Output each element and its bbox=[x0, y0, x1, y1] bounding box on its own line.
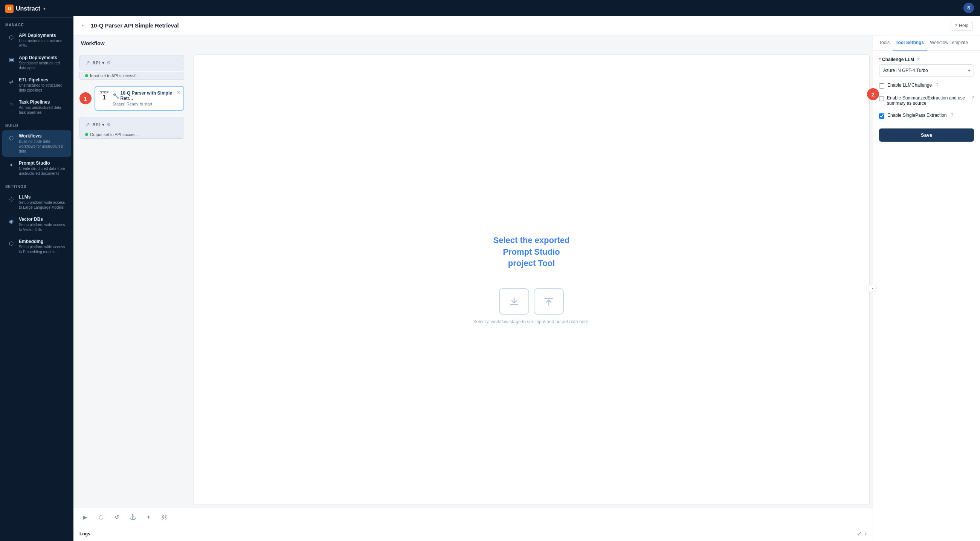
panel-content: * Challenge LLM ? Azure IN GPT-4 Turbo bbox=[873, 51, 980, 541]
llms-title: LLMs bbox=[19, 194, 66, 200]
enable-singlepass-checkbox[interactable] bbox=[879, 113, 885, 119]
api-dropdown-bottom[interactable]: ▾ bbox=[102, 122, 104, 127]
enable-llm-challenge-label[interactable]: Enable LLMChallenge bbox=[887, 83, 932, 88]
user-avatar: S bbox=[963, 3, 974, 13]
enable-singlepass-row: Enable SinglePass Extraction ? bbox=[879, 112, 974, 119]
prompt-studio-icon: ✦ bbox=[8, 161, 15, 169]
api-node-bottom: ↗ API ▾ ⚙ bbox=[80, 117, 184, 132]
logs-bar: Logs ⤢ › bbox=[73, 526, 873, 541]
llm-challenge-help-icon[interactable]: ? bbox=[936, 83, 939, 88]
step-badge: STEP 1 bbox=[100, 91, 109, 101]
enable-llm-challenge-checkbox[interactable] bbox=[879, 83, 885, 89]
step-row: 1 STEP 1 🔧 10-Q Parser with Simple Ret bbox=[80, 86, 184, 111]
sidebar-item-etl-pipelines[interactable]: ⇄ ETL Pipelines Unstructured to structur… bbox=[2, 74, 71, 96]
challenge-llm-group: * Challenge LLM ? Azure IN GPT-4 Turbo bbox=[879, 57, 974, 76]
singlepass-help-icon[interactable]: ? bbox=[951, 113, 953, 118]
sidebar: U Unstract ▾ MANAGE ⬡ API Deployments Un… bbox=[0, 0, 73, 541]
workflows-icon: ⬡ bbox=[8, 134, 15, 142]
app-logo: U Unstract bbox=[5, 5, 40, 13]
toolbar-link-icon[interactable]: ⛓ bbox=[159, 512, 170, 523]
back-button[interactable]: ← bbox=[81, 22, 87, 29]
etl-pipelines-icon: ⇄ bbox=[8, 78, 15, 86]
select-tool-text: Select the exported Prompt Studio projec… bbox=[493, 235, 570, 269]
prompt-studio-subtitle: Create structured data from unstructured… bbox=[19, 166, 66, 176]
step-label: STEP bbox=[100, 91, 109, 94]
toolbar-play-icon[interactable]: ▶ bbox=[80, 512, 91, 523]
embedding-subtitle: Setup platform wide access to Embedding … bbox=[19, 245, 66, 254]
step-number: 1 bbox=[102, 94, 106, 101]
output-data-icon bbox=[534, 288, 564, 315]
llms-subtitle: Setup platform wide access to Large Lang… bbox=[19, 200, 66, 210]
step-name: 10-Q Parser with Simple Retr... bbox=[121, 91, 179, 101]
enable-singlepass-label[interactable]: Enable SinglePass Extraction bbox=[887, 113, 947, 118]
export-icon-top[interactable]: ↗ bbox=[85, 59, 90, 66]
challenge-llm-label: * Challenge LLM ? bbox=[879, 57, 974, 62]
step-card-1[interactable]: STEP 1 🔧 10-Q Parser with Simple Retr...… bbox=[94, 86, 184, 111]
content-area: Workflow ↗ API ▾ ⚙ bbox=[73, 35, 980, 541]
task-pipelines-title: Task Pipelines bbox=[19, 99, 66, 105]
logs-icons: ⤢ › bbox=[857, 530, 867, 537]
build-section-label: BUILD bbox=[0, 118, 73, 130]
challenge-llm-help-icon[interactable]: ? bbox=[917, 57, 920, 62]
api-bottom-status-text: Output set to API succes... bbox=[90, 132, 139, 137]
logs-chevron-icon[interactable]: › bbox=[865, 530, 867, 537]
tab-tools[interactable]: Tools bbox=[876, 35, 892, 51]
vector-dbs-title: Vector DBs bbox=[19, 216, 66, 222]
panel-toggle-button[interactable]: › bbox=[868, 284, 877, 293]
sidebar-item-task-pipelines[interactable]: ≡ Task Pipelines Ad-hoc unstructured dat… bbox=[2, 97, 71, 118]
api-node-top: ↗ API ▾ ⚙ bbox=[80, 55, 184, 70]
toolbar-add-icon[interactable]: ⬡ bbox=[95, 512, 107, 523]
sidebar-item-workflows[interactable]: ⬡ Workflows Build no-code data workflows… bbox=[2, 130, 71, 157]
app-deployments-title: App Deployments bbox=[19, 55, 66, 60]
export-icon-bottom[interactable]: ↗ bbox=[85, 121, 90, 128]
help-label: Help bbox=[959, 23, 968, 28]
enable-summarized-label[interactable]: Enable SummarizedExtraction and use summ… bbox=[887, 95, 967, 106]
step-status: Status: Ready to start bbox=[113, 102, 179, 106]
app-deployments-icon: ▣ bbox=[8, 56, 15, 63]
logs-expand-icon[interactable]: ⤢ bbox=[857, 530, 862, 537]
required-star: * bbox=[879, 57, 881, 62]
workflow-panel: Workflow ↗ API ▾ ⚙ bbox=[73, 35, 873, 541]
sidebar-item-llms[interactable]: ◌ LLMs Setup platform wide access to Lar… bbox=[2, 191, 71, 213]
api-dropdown-top[interactable]: ▾ bbox=[102, 60, 104, 65]
toolbar-star-icon[interactable]: ✦ bbox=[143, 512, 154, 523]
api-deployments-subtitle: Unstructured to structured APIs bbox=[19, 38, 66, 48]
tab-workflow-template[interactable]: Workflow Template bbox=[927, 35, 971, 51]
vector-dbs-subtitle: Setup platform wide access to Vector DBs bbox=[19, 222, 66, 232]
challenge-llm-select[interactable]: Azure IN GPT-4 Turbo bbox=[879, 64, 974, 76]
toolbar-anchor-icon[interactable]: ⚓ bbox=[127, 512, 138, 523]
help-icon: ? bbox=[955, 23, 958, 28]
download-icon bbox=[508, 294, 521, 308]
step-close-icon[interactable]: ✕ bbox=[176, 90, 180, 95]
sidebar-item-prompt-studio[interactable]: ✦ Prompt Studio Create structured data f… bbox=[2, 158, 71, 179]
sidebar-item-embedding[interactable]: ⬡ Embedding Setup platform wide access t… bbox=[2, 236, 71, 257]
help-button[interactable]: ? Help bbox=[951, 21, 972, 30]
workflow-header: Workflow bbox=[73, 35, 873, 51]
enable-summarized-checkbox[interactable] bbox=[879, 96, 884, 101]
api-settings-icon-bottom[interactable]: ⚙ bbox=[107, 122, 111, 127]
tab-tool-settings[interactable]: Tool Settings bbox=[892, 35, 927, 51]
api-top-status-text: Input set to API successf... bbox=[90, 73, 139, 78]
topbar: S bbox=[73, 0, 980, 16]
etl-pipelines-subtitle: Unstructured to structured data pipeline… bbox=[19, 83, 66, 93]
sidebar-item-app-deployments[interactable]: ▣ App Deployments Standalone unstructure… bbox=[2, 52, 71, 73]
app-name: Unstract bbox=[16, 5, 40, 12]
sidebar-item-api-deployments[interactable]: ⬡ API Deployments Unstructured to struct… bbox=[2, 30, 71, 51]
placeholder-text: Select a workflow stage to see input and… bbox=[473, 319, 590, 325]
logo-icon: U bbox=[5, 5, 14, 13]
embedding-title: Embedding bbox=[19, 239, 66, 244]
api-bottom-status: Output set to API succes... bbox=[85, 132, 178, 137]
embedding-icon: ⬡ bbox=[8, 240, 15, 247]
toolbar-refresh-icon[interactable]: ↺ bbox=[111, 512, 123, 523]
workflow-toolbar: ▶ ⬡ ↺ ⚓ ✦ ⛓ bbox=[73, 508, 873, 526]
annotation-circle-2: 2 bbox=[867, 88, 879, 100]
api-settings-icon-top[interactable]: ⚙ bbox=[107, 60, 111, 65]
sidebar-item-vector-dbs[interactable]: ◉ Vector DBs Setup platform wide access … bbox=[2, 213, 71, 235]
status-dot-top bbox=[85, 74, 88, 77]
sidebar-collapse-icon[interactable]: ▾ bbox=[43, 6, 46, 11]
workflows-subtitle: Build no-code data workflows for unstruc… bbox=[19, 139, 66, 154]
api-label-bottom: API bbox=[92, 122, 100, 127]
summarized-help-icon[interactable]: ? bbox=[971, 95, 974, 100]
save-button[interactable]: Save bbox=[879, 129, 974, 142]
sidebar-header: U Unstract ▾ bbox=[0, 0, 73, 18]
